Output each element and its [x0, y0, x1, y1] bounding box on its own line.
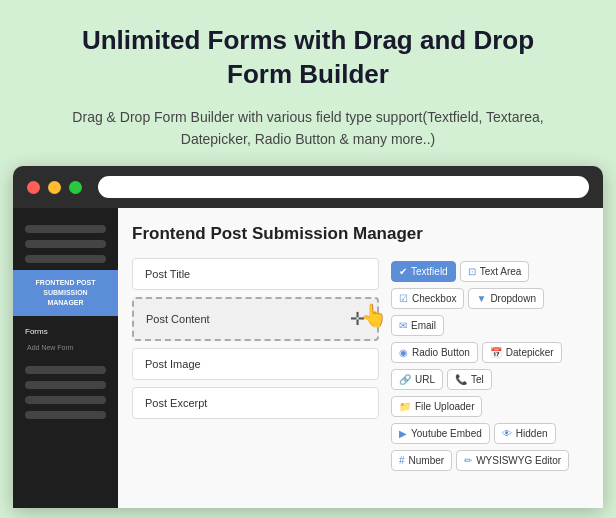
url-label: URL	[415, 374, 435, 385]
youtube-icon: ▶	[399, 428, 407, 439]
palette-btn-tel[interactable]: 📞 Tel	[447, 369, 492, 390]
palette-row-3: ◉ Radio Button 📅 Datepicker	[389, 339, 589, 366]
palette-btn-number[interactable]: # Number	[391, 450, 452, 471]
wysiwyg-icon: ✏	[464, 455, 472, 466]
browser-dot-close[interactable]	[27, 181, 40, 194]
file-uploader-label: File Uploader	[415, 401, 474, 412]
main-content: Frontend Post Submission Manager Post Ti…	[118, 208, 603, 508]
field-palette: ✔ Textfield ⊡ Text Area ☑ Checkbox	[389, 258, 589, 474]
field-post-image[interactable]: Post Image	[132, 348, 379, 380]
palette-btn-hidden[interactable]: 👁 Hidden	[494, 423, 556, 444]
radio-label: Radio Button	[412, 347, 470, 358]
palette-row-2: ☑ Checkbox ▼ Dropdown ✉ Email	[389, 285, 589, 339]
browser-window: FRONTEND POSTSUBMISSION MANAGER Forms Ad…	[13, 166, 603, 508]
palette-btn-dropdown[interactable]: ▼ Dropdown	[468, 288, 544, 309]
browser-dot-minimize[interactable]	[48, 181, 61, 194]
sidebar-item-add-new-form[interactable]: Add New Form	[13, 341, 118, 354]
browser-dot-maximize[interactable]	[69, 181, 82, 194]
page-title: Unlimited Forms with Drag and Drop Form …	[60, 24, 556, 92]
palette-row-5: ▶ Youtube Embed 👁 Hidden	[389, 420, 589, 447]
textarea-icon: ⊡	[468, 266, 476, 277]
form-builder: Post Title Post Content ✛ 👆 Post Image P…	[132, 258, 589, 474]
datepicker-icon: 📅	[490, 347, 502, 358]
field-post-title-label: Post Title	[145, 268, 190, 280]
wysiwyg-label: WYSISWYG Editor	[476, 455, 561, 466]
email-icon: ✉	[399, 320, 407, 331]
field-post-content[interactable]: Post Content ✛ 👆	[132, 297, 379, 341]
checkbox-icon: ☑	[399, 293, 408, 304]
palette-btn-radio[interactable]: ◉ Radio Button	[391, 342, 478, 363]
palette-btn-textfield[interactable]: ✔ Textfield	[391, 261, 456, 282]
form-fields-area: Post Title Post Content ✛ 👆 Post Image P…	[132, 258, 379, 474]
number-icon: #	[399, 455, 405, 466]
checkbox-label: Checkbox	[412, 293, 456, 304]
browser-content: FRONTEND POSTSUBMISSION MANAGER Forms Ad…	[13, 208, 603, 508]
palette-row-1: ✔ Textfield ⊡ Text Area	[389, 258, 589, 285]
palette-btn-youtube[interactable]: ▶ Youtube Embed	[391, 423, 490, 444]
sidebar-bar-1	[25, 225, 106, 233]
sidebar-bar-7	[25, 411, 106, 419]
sidebar-bar-3	[25, 255, 106, 263]
hidden-label: Hidden	[516, 428, 548, 439]
palette-btn-checkbox[interactable]: ☑ Checkbox	[391, 288, 464, 309]
cursor-hand-icon: 👆	[360, 303, 387, 329]
palette-btn-datepicker[interactable]: 📅 Datepicker	[482, 342, 562, 363]
dropdown-label: Dropdown	[490, 293, 536, 304]
palette-row-6: # Number ✏ WYSISWYG Editor	[389, 447, 589, 474]
palette-btn-textarea[interactable]: ⊡ Text Area	[460, 261, 530, 282]
sidebar-item-forms[interactable]: Forms	[13, 322, 118, 341]
email-label: Email	[411, 320, 436, 331]
palette-row-4: 🔗 URL 📞 Tel 📁 File Uploader	[389, 366, 589, 420]
field-post-excerpt[interactable]: Post Excerpt	[132, 387, 379, 419]
url-icon: 🔗	[399, 374, 411, 385]
hero-section: Unlimited Forms with Drag and Drop Form …	[0, 0, 616, 166]
form-builder-title: Frontend Post Submission Manager	[132, 224, 589, 244]
sidebar: FRONTEND POSTSUBMISSION MANAGER Forms Ad…	[13, 208, 118, 508]
sidebar-active-label: FRONTEND POSTSUBMISSION MANAGER	[25, 278, 106, 307]
hidden-icon: 👁	[502, 428, 512, 439]
address-bar[interactable]	[98, 176, 589, 198]
field-post-image-label: Post Image	[145, 358, 201, 370]
subtitle: Drag & Drop Form Builder with various fi…	[60, 106, 556, 151]
palette-btn-wysiwyg[interactable]: ✏ WYSISWYG Editor	[456, 450, 569, 471]
browser-bar	[13, 166, 603, 208]
palette-btn-file-uploader[interactable]: 📁 File Uploader	[391, 396, 482, 417]
sidebar-active-item[interactable]: FRONTEND POSTSUBMISSION MANAGER	[13, 270, 118, 315]
palette-btn-email[interactable]: ✉ Email	[391, 315, 444, 336]
field-post-excerpt-label: Post Excerpt	[145, 397, 207, 409]
textfield-icon: ✔	[399, 266, 407, 277]
radio-icon: ◉	[399, 347, 408, 358]
tel-label: Tel	[471, 374, 484, 385]
youtube-label: Youtube Embed	[411, 428, 482, 439]
datepicker-label: Datepicker	[506, 347, 554, 358]
textarea-label: Text Area	[480, 266, 522, 277]
sidebar-bar-5	[25, 381, 106, 389]
palette-btn-url[interactable]: 🔗 URL	[391, 369, 443, 390]
sidebar-bar-2	[25, 240, 106, 248]
sidebar-bar-4	[25, 366, 106, 374]
textfield-label: Textfield	[411, 266, 448, 277]
dropdown-icon: ▼	[476, 293, 486, 304]
file-uploader-icon: 📁	[399, 401, 411, 412]
sidebar-bar-6	[25, 396, 106, 404]
field-post-content-label: Post Content	[146, 313, 210, 325]
field-post-title[interactable]: Post Title	[132, 258, 379, 290]
number-label: Number	[409, 455, 445, 466]
tel-icon: 📞	[455, 374, 467, 385]
